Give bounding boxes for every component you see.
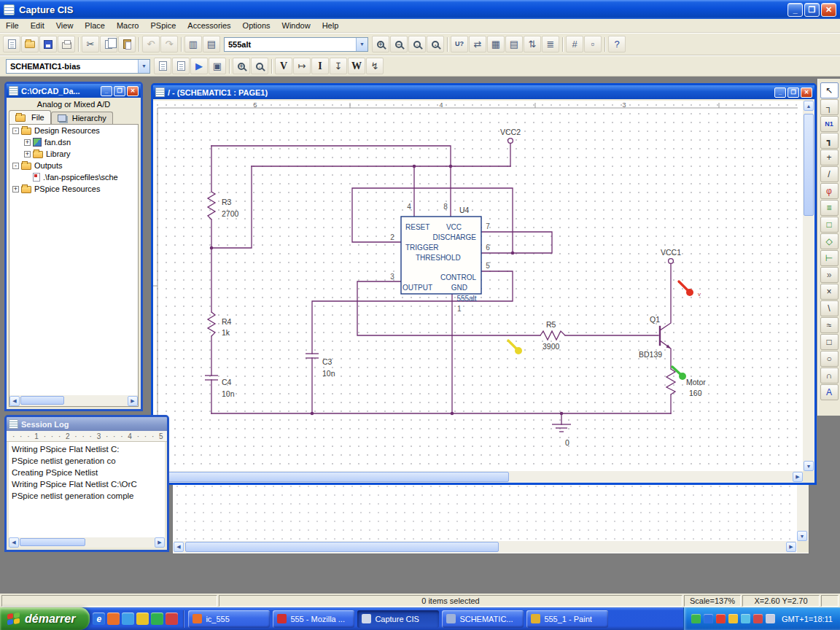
- child-close-button[interactable]: ✕: [801, 88, 812, 98]
- child-minimize-button[interactable]: _: [774, 88, 786, 98]
- place-net-alias-tool[interactable]: N1: [820, 116, 839, 132]
- part-combo[interactable]: 555alt▼: [224, 37, 368, 52]
- tree-expander[interactable]: +: [24, 151, 31, 158]
- menu-accessories[interactable]: Accessories: [182, 20, 236, 31]
- annotate-button[interactable]: U?: [451, 36, 468, 52]
- scroll-left-arrow[interactable]: ◀: [174, 542, 184, 552]
- child-restore-button[interactable]: ❐: [788, 88, 799, 98]
- tray-icon[interactable]: [716, 614, 726, 623]
- zoom-all-button[interactable]: [427, 36, 444, 52]
- place-wire-tool[interactable]: ┐: [820, 99, 839, 115]
- view-output-file-button[interactable]: [251, 58, 268, 74]
- place-ellipse-tool[interactable]: ○: [820, 351, 839, 367]
- scroll-right-arrow[interactable]: ▶: [155, 537, 165, 548]
- task-button[interactable]: 555 - Mozilla ...: [273, 610, 354, 628]
- background-schematic-window[interactable]: ◀ ▶ ▼: [172, 481, 809, 554]
- current-into-pin-marker-button[interactable]: ↧: [330, 58, 347, 74]
- view-next-button[interactable]: ▤: [203, 36, 220, 52]
- tree-item[interactable]: +PSpice Resources: [9, 183, 138, 195]
- power-dissipation-marker-button[interactable]: W: [348, 58, 365, 74]
- tab-file[interactable]: File: [9, 110, 51, 124]
- tree-item[interactable]: -Design Resources: [9, 125, 138, 136]
- redo-button[interactable]: ↷: [160, 36, 178, 52]
- taskbar-clock[interactable]: GMT+1=18:11: [782, 615, 833, 623]
- voltage-level-marker-button[interactable]: V: [275, 58, 292, 74]
- schematic-vscrollbar[interactable]: ▲ ▼: [803, 101, 814, 471]
- design-rule-check-button[interactable]: ▦: [487, 36, 505, 52]
- place-power-tool[interactable]: φ: [820, 183, 839, 199]
- strip-vscrollbar[interactable]: ▼: [797, 482, 809, 541]
- help-button[interactable]: ?: [608, 36, 626, 52]
- tree-hscrollbar[interactable]: ◀ ▶: [9, 395, 138, 406]
- place-bus-entry-tool[interactable]: /: [820, 166, 839, 182]
- undo-button[interactable]: ↶: [142, 36, 160, 52]
- scroll-left-arrow[interactable]: ◀: [9, 537, 19, 548]
- menu-edit[interactable]: Edit: [25, 20, 50, 31]
- place-port-tool[interactable]: ◇: [820, 233, 839, 249]
- desktop-icon[interactable]: [122, 612, 134, 625]
- log-hscrollbar[interactable]: ◀ ▶: [9, 537, 165, 548]
- tree-item[interactable]: -Outputs: [9, 160, 138, 171]
- back-annotate-button[interactable]: ⇄: [469, 36, 486, 52]
- child-minimize-button[interactable]: _: [101, 86, 112, 96]
- select-tool[interactable]: ↖: [820, 82, 839, 98]
- combo-dropdown-arrow[interactable]: ▼: [138, 60, 149, 73]
- project-manager-button[interactable]: ▫: [584, 36, 602, 52]
- view-previous-button[interactable]: ▥: [184, 36, 202, 52]
- schematic-window-titlebar[interactable]: / - (SCHEMATIC1 : PAGE1) _ ❐ ✕: [153, 85, 814, 99]
- scroll-right-arrow[interactable]: ▶: [786, 542, 796, 552]
- task-button[interactable]: Capture CIS: [357, 610, 439, 628]
- current-marker-button[interactable]: I: [311, 58, 329, 74]
- minimize-button[interactable]: _: [788, 3, 803, 17]
- tree-item[interactable]: +fan.dsn: [9, 136, 138, 148]
- scrollbar-thumb[interactable]: [20, 396, 64, 405]
- print-button[interactable]: [58, 36, 75, 52]
- menu-window[interactable]: Window: [276, 20, 316, 31]
- open-document-button[interactable]: [21, 36, 39, 52]
- tray-icon[interactable]: [728, 614, 738, 623]
- scroll-right-arrow[interactable]: ▶: [793, 472, 803, 482]
- bill-of-materials-button[interactable]: ≣: [542, 36, 559, 52]
- simulation-profile-combo[interactable]: SCHEMATIC1-bias▼: [6, 59, 150, 74]
- resistor-r5[interactable]: [540, 331, 565, 340]
- place-line-tool[interactable]: \: [820, 300, 839, 316]
- red-voltage-probe[interactable]: [679, 281, 693, 296]
- scrollbar-thumb[interactable]: [20, 538, 85, 546]
- paste-button[interactable]: [118, 36, 136, 52]
- ground-symbol[interactable]: [552, 424, 571, 432]
- green-voltage-probe[interactable]: [672, 367, 686, 380]
- cross-reference-button[interactable]: ⇅: [524, 36, 541, 52]
- save-document-button[interactable]: [39, 36, 57, 52]
- new-document-button[interactable]: [3, 36, 20, 52]
- tray-icon[interactable]: [766, 614, 775, 623]
- schematic-canvas[interactable]: 5 4 3: [153, 101, 803, 471]
- menu-place[interactable]: Place: [79, 20, 111, 31]
- restore-button[interactable]: ❐: [804, 3, 820, 17]
- capacitor-c4[interactable]: [205, 376, 218, 380]
- place-junction-tool[interactable]: +: [820, 149, 839, 166]
- scrollbar-thumb[interactable]: [804, 114, 814, 216]
- snap-to-grid-button[interactable]: #: [566, 36, 583, 52]
- task-button[interactable]: 555_1 - Paint: [526, 610, 608, 628]
- menu-help[interactable]: Help: [316, 20, 345, 31]
- combo-dropdown-arrow[interactable]: ▼: [356, 38, 368, 51]
- tray-icon[interactable]: [704, 614, 713, 623]
- project-window-titlebar[interactable]: C:\OrCAD_Da... _ ❐ ✕: [7, 84, 141, 98]
- tree-expander[interactable]: +: [24, 139, 31, 146]
- power-marker-button[interactable]: ↯: [366, 58, 384, 74]
- place-hierarchical-block-tool[interactable]: □: [820, 217, 839, 233]
- firefox-icon[interactable]: [107, 612, 120, 625]
- yellow-voltage-probe[interactable]: [508, 341, 522, 354]
- place-pin-tool[interactable]: ⊢: [820, 250, 839, 266]
- task-button[interactable]: SCHEMATIC...: [442, 610, 524, 628]
- scroll-up-arrow[interactable]: ▲: [804, 101, 814, 111]
- place-ground-tool[interactable]: ≡: [820, 200, 839, 216]
- view-simulation-results-button[interactable]: ▣: [209, 58, 226, 74]
- run-pspice-button[interactable]: ▶: [190, 58, 208, 74]
- scrollbar-thumb[interactable]: [185, 542, 499, 552]
- place-rectangle-tool[interactable]: □: [820, 334, 839, 350]
- scroll-left-arrow[interactable]: ◀: [9, 396, 20, 406]
- start-button[interactable]: démarrer: [0, 607, 90, 630]
- menu-pspice[interactable]: PSpice: [144, 20, 182, 31]
- scroll-down-arrow[interactable]: ▼: [797, 531, 807, 541]
